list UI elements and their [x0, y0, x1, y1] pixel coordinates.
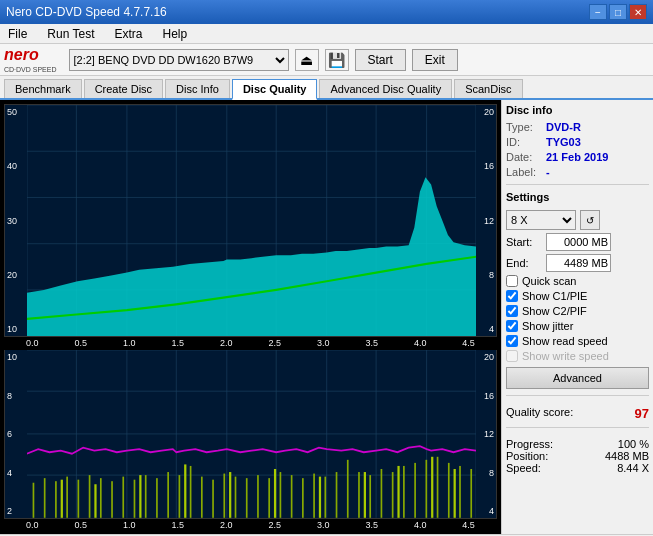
show-c2pif-label: Show C2/PIF: [522, 305, 587, 317]
show-c2pif-checkbox[interactable]: [506, 305, 518, 317]
app-logo: nero CD·DVD SPEED: [4, 46, 57, 73]
show-c1pie-checkbox[interactable]: [506, 290, 518, 302]
svg-rect-36: [364, 472, 366, 518]
svg-rect-79: [470, 469, 472, 518]
start-label: Start:: [506, 236, 542, 248]
speed-label: Speed:: [506, 462, 541, 474]
svg-rect-53: [179, 475, 181, 518]
svg-rect-75: [425, 460, 427, 518]
show-read-speed-checkbox[interactable]: [506, 335, 518, 347]
menu-run-test[interactable]: Run Test: [43, 27, 98, 41]
svg-rect-50: [145, 475, 147, 518]
bottom-chart-yaxis-right: 20 16 12 8 4: [476, 350, 496, 518]
svg-rect-34: [274, 469, 276, 518]
speed-value: 8.44 X: [617, 462, 649, 474]
show-c1pie-row: Show C1/PIE: [506, 290, 649, 302]
svg-rect-32: [184, 465, 186, 518]
svg-rect-56: [212, 480, 214, 518]
minimize-button[interactable]: −: [589, 4, 607, 20]
svg-rect-40: [33, 483, 35, 518]
show-c1pie-label: Show C1/PIE: [522, 290, 587, 302]
tab-disc-quality[interactable]: Disc Quality: [232, 79, 318, 100]
chart-area: 50 40 30 20 10 20 16 12 8 4: [0, 100, 501, 534]
end-input[interactable]: [546, 254, 611, 272]
svg-rect-73: [403, 466, 405, 518]
speed-select[interactable]: 8 X: [506, 210, 576, 230]
progress-section: Progress: 100 % Position: 4488 MB Speed:…: [506, 438, 649, 474]
id-label: ID:: [506, 136, 542, 148]
disc-info-title: Disc info: [506, 104, 649, 116]
svg-rect-49: [134, 480, 136, 518]
show-write-speed-row: Show write speed: [506, 350, 649, 362]
svg-rect-58: [235, 477, 237, 518]
svg-rect-59: [246, 478, 248, 518]
svg-rect-55: [201, 477, 203, 518]
progress-row: Progress: 100 %: [506, 438, 649, 450]
svg-rect-74: [414, 463, 416, 518]
main-content: 50 40 30 20 10 20 16 12 8 4: [0, 100, 653, 534]
disc-id-row: ID: TYG03: [506, 136, 649, 148]
svg-rect-70: [369, 475, 371, 518]
svg-rect-51: [156, 478, 158, 518]
svg-rect-29: [61, 480, 63, 518]
show-jitter-checkbox[interactable]: [506, 320, 518, 332]
save-button[interactable]: 💾: [325, 49, 349, 71]
disc-type-row: Type: DVD-R: [506, 121, 649, 133]
bottom-chart-xaxis: 0.0 0.5 1.0 1.5 2.0 2.5 3.0 3.5 4.0 4.5: [4, 520, 497, 530]
progress-value: 100 %: [618, 438, 649, 450]
tab-scandisc[interactable]: ScanDisc: [454, 79, 522, 98]
show-jitter-row: Show jitter: [506, 320, 649, 332]
svg-rect-60: [257, 475, 259, 518]
date-label: Date:: [506, 151, 542, 163]
menu-extra[interactable]: Extra: [110, 27, 146, 41]
label-label: Label:: [506, 166, 542, 178]
menu-help[interactable]: Help: [159, 27, 192, 41]
svg-rect-68: [347, 460, 349, 518]
tab-create-disc[interactable]: Create Disc: [84, 79, 163, 98]
maximize-button[interactable]: □: [609, 4, 627, 20]
menu-file[interactable]: File: [4, 27, 31, 41]
quality-score-label: Quality score:: [506, 406, 573, 421]
bottom-chart: 10 8 6 4 2 20 16 12 8 4: [4, 350, 497, 519]
svg-rect-43: [66, 477, 68, 518]
tab-advanced-disc-quality[interactable]: Advanced Disc Quality: [319, 79, 452, 98]
end-mb-row: End:: [506, 254, 649, 272]
logo-sub: CD·DVD SPEED: [4, 66, 57, 73]
top-chart-xaxis: 0.0 0.5 1.0 1.5 2.0 2.5 3.0 3.5 4.0 4.5: [4, 338, 497, 348]
quality-score-row: Quality score: 97: [506, 406, 649, 421]
svg-rect-61: [268, 478, 270, 518]
top-chart-canvas: [27, 105, 476, 336]
svg-rect-44: [78, 480, 80, 518]
speed-refresh-button[interactable]: ↺: [580, 210, 600, 230]
tab-disc-info[interactable]: Disc Info: [165, 79, 230, 98]
close-button[interactable]: ✕: [629, 4, 647, 20]
svg-rect-52: [167, 472, 169, 518]
advanced-button[interactable]: Advanced: [506, 367, 649, 389]
window-controls: − □ ✕: [589, 4, 647, 20]
tab-benchmark[interactable]: Benchmark: [4, 79, 82, 98]
drive-select[interactable]: [2:2] BENQ DVD DD DW1620 B7W9: [69, 49, 289, 71]
titlebar: Nero CD-DVD Speed 4.7.7.16 − □ ✕: [0, 0, 653, 24]
bottom-chart-canvas: [27, 350, 476, 518]
svg-rect-38: [431, 457, 433, 518]
exit-button[interactable]: Exit: [412, 49, 458, 71]
top-chart-yaxis-left: 50 40 30 20 10: [5, 105, 27, 336]
id-value: TYG03: [546, 136, 581, 148]
settings-title: Settings: [506, 191, 649, 203]
disc-label-row: Label: -: [506, 166, 649, 178]
show-write-speed-checkbox[interactable]: [506, 350, 518, 362]
show-c2pif-row: Show C2/PIF: [506, 305, 649, 317]
start-input[interactable]: [546, 233, 611, 251]
toolbar: nero CD·DVD SPEED [2:2] BENQ DVD DD DW16…: [0, 44, 653, 76]
svg-rect-67: [336, 472, 338, 518]
svg-rect-65: [313, 474, 315, 518]
svg-rect-39: [454, 469, 456, 518]
svg-rect-48: [122, 477, 124, 518]
start-button[interactable]: Start: [355, 49, 406, 71]
bottom-chart-yaxis-left: 10 8 6 4 2: [5, 350, 27, 518]
svg-rect-41: [44, 478, 46, 518]
svg-rect-45: [89, 475, 91, 518]
eject-button[interactable]: ⏏: [295, 49, 319, 71]
svg-rect-57: [223, 474, 225, 518]
quick-scan-checkbox[interactable]: [506, 275, 518, 287]
